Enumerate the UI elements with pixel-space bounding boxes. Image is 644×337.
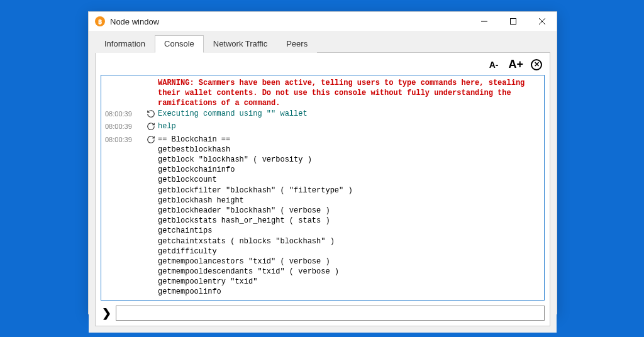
undo-icon bbox=[144, 109, 158, 122]
console-message: Executing command using "" wallet bbox=[158, 109, 540, 119]
font-smaller-button[interactable]: A- bbox=[487, 60, 501, 70]
prompt-icon: ❯ bbox=[101, 306, 112, 320]
font-larger-button[interactable]: A+ bbox=[506, 58, 526, 71]
timestamp: 08:00:39 bbox=[105, 109, 144, 119]
close-button[interactable] bbox=[528, 12, 557, 31]
no-icon bbox=[144, 78, 158, 79]
timestamp: 08:00:39 bbox=[105, 121, 144, 131]
command-input[interactable] bbox=[116, 306, 545, 321]
console-row: 08:00:39help bbox=[103, 121, 543, 135]
console-row: 08:00:39== Blockchain == getbestblockhas… bbox=[103, 135, 543, 297]
console-panel: A- A+ ✕ WARNING: Scammers have been acti… bbox=[95, 53, 550, 326]
console-message: help bbox=[158, 121, 540, 131]
console-message: WARNING: Scammers have been active, tell… bbox=[158, 78, 540, 109]
app-icon: ฿ bbox=[95, 16, 105, 26]
clear-console-button[interactable]: ✕ bbox=[531, 59, 542, 70]
svg-rect-1 bbox=[511, 19, 516, 25]
console-row: WARNING: Scammers have been active, tell… bbox=[103, 78, 543, 109]
console-output[interactable]: WARNING: Scammers have been active, tell… bbox=[101, 75, 545, 301]
timestamp: 08:00:39 bbox=[105, 135, 144, 145]
tab-console[interactable]: Console bbox=[155, 35, 204, 53]
tab-peers[interactable]: Peers bbox=[277, 35, 317, 53]
content-area: Information Console Network Traffic Peer… bbox=[89, 31, 557, 333]
tab-network-traffic[interactable]: Network Traffic bbox=[204, 35, 277, 53]
tab-information[interactable]: Information bbox=[95, 35, 155, 53]
console-message: == Blockchain == getbestblockhash getblo… bbox=[158, 135, 540, 297]
tab-strip: Information Console Network Traffic Peer… bbox=[95, 35, 550, 53]
console-toolbar: A- A+ ✕ bbox=[101, 57, 545, 75]
redo-icon bbox=[144, 121, 158, 135]
title-bar: ฿ Node window bbox=[89, 12, 557, 31]
redo-icon bbox=[144, 135, 158, 148]
window-title: Node window bbox=[110, 17, 470, 26]
minimize-button[interactable] bbox=[470, 12, 499, 31]
maximize-button[interactable] bbox=[499, 12, 528, 31]
node-window: ฿ Node window Information Console Networ… bbox=[88, 11, 557, 314]
window-controls bbox=[470, 12, 557, 31]
console-row: 08:00:39Executing command using "" walle… bbox=[103, 109, 543, 122]
command-input-row: ❯ bbox=[101, 306, 545, 321]
timestamp bbox=[105, 78, 144, 79]
